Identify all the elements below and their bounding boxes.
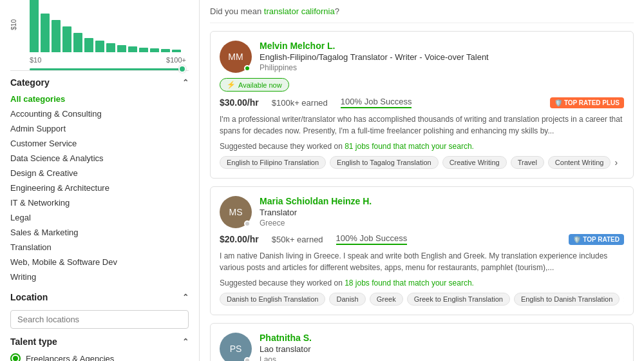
job-success: 100% Job Success xyxy=(341,97,412,108)
freelancer-name[interactable]: Maria Schioldan Heinze H. xyxy=(260,196,372,206)
freelancer-name[interactable]: Melvin Melchor L. xyxy=(260,41,335,51)
category-item[interactable]: Data Science & Analytics xyxy=(10,151,189,166)
talent-type-chevron-icon: ⌃ xyxy=(182,337,189,346)
skill-tag[interactable]: English to Tagalog Translation xyxy=(330,156,439,169)
category-chevron-icon: ⌃ xyxy=(182,78,189,87)
job-success: 100% Job Success xyxy=(336,233,408,245)
main-content: Did you mean translator california? MM M… xyxy=(200,0,644,361)
suggested-link[interactable]: 18 jobs found that match your search. xyxy=(345,278,474,288)
category-item[interactable]: All categories xyxy=(10,92,189,106)
total-earned: $50k+ earned xyxy=(272,235,323,244)
radio-selected-icon xyxy=(10,353,21,361)
category-item[interactable]: Translation xyxy=(10,240,189,255)
offline-status-dot xyxy=(244,357,251,361)
hourly-rate: $20.00/hr xyxy=(220,234,259,244)
price-chart: $10 $10 $100+ xyxy=(10,6,189,71)
skill-tag[interactable]: Danish to English Translation xyxy=(220,293,325,306)
chart-bar xyxy=(73,33,82,52)
top-rated-plus-badge: 🛡️TOP RATED PLUS xyxy=(550,97,624,108)
chart-bar xyxy=(30,0,39,52)
freelancer-title: Translator xyxy=(260,208,624,217)
skill-tag[interactable]: English to Filipino Translation xyxy=(220,156,326,169)
skill-tag[interactable]: Creative Writing xyxy=(442,156,507,169)
bolt-icon: ⚡ xyxy=(227,81,236,89)
talent-type-section-header[interactable]: Talent type ⌃ xyxy=(10,337,189,347)
freelancer-location: Greece xyxy=(260,219,624,228)
category-item[interactable]: Sales & Marketing xyxy=(10,225,189,240)
chart-bar xyxy=(106,43,115,52)
skill-tag[interactable]: English to Danish Translation xyxy=(514,293,620,306)
tags-more-icon[interactable]: › xyxy=(614,157,618,168)
badge-container: 🛡️TOP RATED xyxy=(569,234,624,245)
suggested-link[interactable]: 81 jobs found that match your search. xyxy=(345,142,474,151)
chart-bar xyxy=(172,50,181,52)
category-item[interactable]: Design & Creative xyxy=(10,166,189,180)
category-item[interactable]: Customer Service xyxy=(10,136,189,151)
chart-bar xyxy=(41,14,50,52)
card-info: Maria Schioldan Heinze H. Translator Gre… xyxy=(260,196,624,228)
freelancer-description: I am native Danish living in Greece. I s… xyxy=(220,250,624,273)
category-item[interactable]: Web, Mobile & Software Dev xyxy=(10,255,189,269)
price-slider[interactable] xyxy=(30,65,186,74)
total-earned: $100k+ earned xyxy=(272,98,328,108)
location-chevron-icon: ⌃ xyxy=(182,293,189,302)
suggested-text: Suggested because they worked on 81 jobs… xyxy=(220,142,624,151)
talent-option[interactable]: Freelancers & Agencies xyxy=(10,351,189,361)
online-status-dot xyxy=(244,65,251,72)
avatar-initials: MS xyxy=(229,207,243,217)
category-list: All categoriesAccounting & ConsultingAdm… xyxy=(10,92,189,284)
skill-tag[interactable]: Danish xyxy=(329,293,365,306)
freelancer-description: I'm a professional writer/translator who… xyxy=(220,113,624,137)
skill-tag[interactable]: Greek to English Translation xyxy=(407,293,510,306)
card-info: Phatnitha S. Lao translator Laos xyxy=(260,333,624,361)
chart-bar xyxy=(150,48,159,52)
card-info: Melvin Melchor L. English-Filipino/Tagal… xyxy=(260,41,624,72)
freelancer-cards: MM Melvin Melchor L. English-Filipino/Ta… xyxy=(210,31,634,361)
chart-bars xyxy=(10,6,189,55)
tags-row: Danish to English TranslationDanishGreek… xyxy=(220,293,624,306)
chart-bar xyxy=(128,46,137,52)
avatar: PS xyxy=(220,333,252,361)
category-item[interactable]: Writing xyxy=(10,269,189,284)
talent-type-options: Freelancers & AgenciesFreelancersAgencie… xyxy=(10,351,189,361)
freelancer-title: English-Filipino/Tagalog Translator - Wr… xyxy=(260,52,624,62)
chart-bar xyxy=(84,38,93,52)
tags-more-icon[interactable]: › xyxy=(623,294,624,304)
available-label: Available now xyxy=(238,81,282,89)
skill-tag[interactable]: Travel xyxy=(511,156,544,169)
chart-min-label: $10 xyxy=(10,19,17,30)
location-label: Location xyxy=(10,292,48,302)
freelancer-name[interactable]: Phatnitha S. xyxy=(260,333,312,343)
hourly-rate: $30.00/hr xyxy=(220,97,259,108)
did-you-mean-bar: Did you mean translator california? xyxy=(210,6,634,23)
avatar-initials: PS xyxy=(230,344,242,354)
suggested-text: Suggested because they worked on 18 jobs… xyxy=(220,278,624,288)
freelancer-title: Lao translator xyxy=(260,344,624,354)
available-badge: ⚡Available now xyxy=(220,78,289,92)
chart-bar xyxy=(161,49,170,52)
category-item[interactable]: Admin Support xyxy=(10,121,189,136)
location-section-header[interactable]: Location ⌃ xyxy=(10,292,189,302)
category-item[interactable]: IT & Networking xyxy=(10,195,189,210)
chart-axis-labels: $10 $100+ xyxy=(10,55,189,64)
chart-bar xyxy=(62,26,71,52)
sidebar: $10 $10 $100+ Category ⌃ All categoriesA… xyxy=(0,0,200,361)
skill-tag[interactable]: Greek xyxy=(370,293,403,306)
offline-status-dot xyxy=(244,220,251,227)
talent-option-label: Freelancers & Agencies xyxy=(26,354,114,362)
did-you-mean-link[interactable]: translator california xyxy=(264,6,335,16)
location-search-input[interactable] xyxy=(10,310,189,329)
category-section-header[interactable]: Category ⌃ xyxy=(10,77,189,88)
freelancer-card: PS Phatnitha S. Lao translator Laos $11.… xyxy=(210,323,634,361)
category-item[interactable]: Legal xyxy=(10,210,189,225)
skill-tag[interactable]: Content Writing xyxy=(548,156,611,169)
category-label: Category xyxy=(10,77,50,88)
chart-bar xyxy=(139,48,148,52)
shield-icon: 🛡️ xyxy=(554,99,562,106)
did-you-mean-suffix: ? xyxy=(335,6,339,16)
card-top: MS Maria Schioldan Heinze H. Translator … xyxy=(220,196,624,228)
category-item[interactable]: Engineering & Architecture xyxy=(10,180,189,195)
freelancer-location: Philippines xyxy=(260,63,624,72)
shield-icon: 🛡️ xyxy=(573,236,581,243)
category-item[interactable]: Accounting & Consulting xyxy=(10,106,189,121)
